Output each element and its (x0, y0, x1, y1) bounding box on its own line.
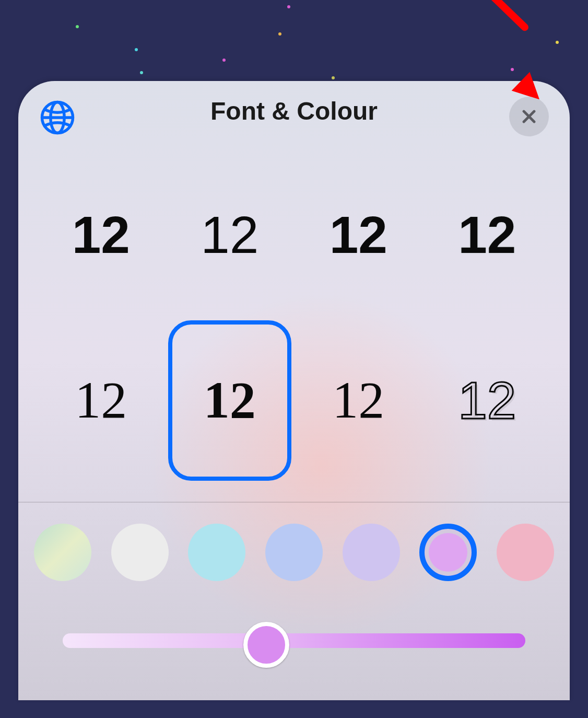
color-swatch-row (18, 503, 570, 602)
font-sample-number: 12 (204, 374, 256, 426)
panel-header: Font & Colour (18, 81, 570, 144)
color-lavender[interactable] (343, 524, 400, 581)
font-didot[interactable]: 12 (39, 320, 163, 481)
color-gradient[interactable] (34, 524, 91, 581)
color-white[interactable] (111, 524, 169, 581)
font-colour-panel: Font & Colour 1212121212121212 (18, 81, 570, 700)
slider-track (63, 633, 525, 648)
star (332, 76, 335, 79)
font-sample-number: 12 (201, 209, 258, 261)
font-script-serif[interactable]: 12 (297, 320, 420, 481)
star (556, 41, 559, 44)
color-pink[interactable] (497, 524, 554, 581)
screen-root: Font & Colour 1212121212121212 (0, 0, 588, 718)
font-serif-slab[interactable]: 12 (168, 320, 292, 481)
font-sample-number: 12 (458, 209, 516, 261)
font-sample-number: 12 (75, 374, 127, 426)
font-sf-thin[interactable]: 12 (168, 154, 292, 315)
font-stencil[interactable]: 12 (426, 154, 549, 315)
star (135, 48, 138, 51)
color-cyan[interactable] (188, 524, 245, 581)
font-grid: 1212121212121212 (18, 144, 570, 502)
star (222, 59, 226, 62)
color-purple[interactable] (419, 524, 477, 581)
star (278, 32, 281, 36)
star (76, 25, 79, 28)
color-blue[interactable] (265, 524, 323, 581)
font-outline[interactable]: 12 (426, 320, 549, 481)
font-rounded[interactable]: 12 (297, 154, 420, 315)
font-sf-bold[interactable]: 12 (39, 154, 163, 315)
close-button[interactable] (509, 97, 549, 136)
tint-slider[interactable] (18, 602, 570, 680)
star (287, 5, 290, 8)
star (140, 71, 143, 74)
font-sample-number: 12 (332, 374, 384, 426)
panel-title: Font & Colour (18, 97, 570, 125)
font-sample-number: 12 (458, 374, 516, 426)
font-sample-number: 12 (330, 209, 387, 261)
close-icon (520, 108, 538, 125)
font-sample-number: 12 (72, 209, 130, 261)
slider-thumb[interactable] (243, 622, 289, 668)
star (511, 68, 514, 71)
